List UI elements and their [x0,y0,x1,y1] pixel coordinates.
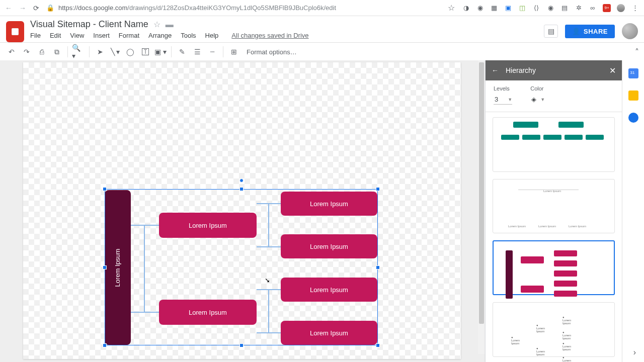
paint-format-button[interactable]: ⧉ [50,45,63,58]
show-side-panel-icon[interactable]: › [633,348,636,357]
reload-icon[interactable]: ⟳ [33,4,39,12]
menu-insert[interactable]: Insert [93,32,110,39]
ext-link-icon[interactable]: ∞ [589,4,597,12]
vertical-scrollbar[interactable] [478,60,485,354]
shape-tool[interactable]: ◯ [124,45,137,58]
line-tool[interactable]: ╲ ▾ [109,45,122,58]
template-thumbnail[interactable]: ● Lorem Ipsum ● Lorem Ipsum ● Lorem Ipsu… [493,302,615,357]
tasks-addon-icon[interactable] [628,113,638,123]
textbox-tool[interactable]: 🅃 [139,45,152,58]
calendar-addon-icon[interactable] [628,68,638,78]
keep-addon-icon[interactable] [628,90,638,101]
redo-button[interactable]: ↷ [20,45,33,58]
url-host: https://docs.google.com [58,4,127,12]
fill-color-icon: ◈ [531,96,536,103]
menu-tools[interactable]: Tools [181,32,196,39]
template-thumbnail[interactable]: Lorem Ipsum Lorem Ipsum Lorem Ipsum Lore… [493,179,615,234]
menu-arrange[interactable]: Arrange [148,32,172,39]
levels-dropdown[interactable]: 3 ▼ [494,95,512,105]
rotate-handle[interactable] [239,178,244,183]
ext-dev-icon[interactable]: ▤ [560,4,569,12]
person-add-icon: 👤 [572,28,581,35]
ext-camera-icon[interactable]: ◉ [476,4,484,12]
extension-icons: ◑ ◉ ▦ ▣ ◫ ⟨⟩ ◉ ▤ ✲ ∞ 9+ ⋮ [462,4,639,12]
chrome-menu-icon[interactable]: ⋮ [631,4,639,12]
chevron-down-icon: ▼ [540,97,545,102]
resize-handle[interactable] [376,343,380,347]
ext-image-icon[interactable]: ▣ [504,4,512,12]
print-button[interactable]: ⎙ [35,45,48,58]
save-state[interactable]: All changes saved in Drive [231,32,308,39]
color-dropdown[interactable]: ◈ ▼ [530,95,559,104]
template-list[interactable]: Lorem Ipsum Lorem Ipsum Lorem Ipsum Lore… [486,112,622,362]
menu-file[interactable]: File [30,32,41,39]
browser-toolbar: ← → ⟳ 🔒 https://docs.google.com/drawings… [0,0,644,16]
levels-label: Levels [494,85,512,92]
line-color-button[interactable]: ✎ [176,45,189,58]
ext-doc-icon[interactable]: ▦ [490,4,498,12]
profile-avatar-icon[interactable] [617,4,625,12]
undo-button[interactable]: ↶ [5,45,18,58]
share-label: SHARE [584,28,608,35]
line-weight-button[interactable]: ☰ [191,45,204,58]
menu-format[interactable]: Format [119,32,139,39]
selection-bounding-box[interactable] [105,189,378,345]
ext-pixel-icon[interactable]: ◫ [518,4,526,12]
account-avatar[interactable] [622,23,638,39]
menu-view[interactable]: View [70,32,84,39]
resize-handle[interactable] [239,187,244,191]
ext-settings-icon[interactable]: ✲ [575,4,583,12]
toolbar: ↶ ↷ ⎙ ⧉ 🔍 ▾ ➤ ╲ ▾ ◯ 🅃 ▣ ▾ ✎ ☰ ┄ ⊞ Format… [0,42,644,61]
zoom-dropdown[interactable]: 🔍 ▾ [72,45,85,58]
resize-handle[interactable] [103,343,107,347]
resize-handle[interactable] [376,265,380,269]
resize-handle[interactable] [103,265,107,269]
resize-handle[interactable] [376,187,380,191]
share-button[interactable]: 👤 SHARE [565,25,615,38]
bookmark-star-icon[interactable]: ☆ [448,3,455,13]
document-title[interactable]: Visual Sitemap - Client Name [30,19,148,30]
insert-comment-button[interactable]: ⊞ [227,45,240,58]
ext-gmail-icon[interactable]: 9+ [603,4,611,12]
side-addon-rail [622,60,644,362]
move-folder-icon[interactable]: ▬ [166,20,174,29]
back-icon[interactable]: ← [5,4,12,12]
address-bar[interactable]: 🔒 https://docs.google.com/drawings/d/128… [46,4,441,12]
ext-code-icon[interactable]: ⟨⟩ [532,4,540,12]
ext-privacy-icon[interactable]: ◑ [462,4,470,12]
select-tool[interactable]: ➤ [94,45,107,58]
diagram-sidepanel: ← Hierarchy ✕ Levels 3 ▼ Color ◈ ▼ [485,60,622,362]
menu-edit[interactable]: Edit [50,32,61,39]
sidepanel-title: Hierarchy [506,66,536,74]
canvas-area[interactable]: Lorem Ipsum Lorem Ipsum Lorem Ipsum Lore… [0,60,485,362]
close-panel-icon[interactable]: ✕ [609,66,616,75]
chevron-down-icon: ▼ [508,97,512,102]
menu-help[interactable]: Help [205,32,219,39]
back-arrow-icon[interactable]: ← [492,66,499,74]
lock-icon: 🔒 [46,4,54,12]
image-tool[interactable]: ▣ ▾ [154,45,167,58]
comments-button[interactable]: ▤ [544,25,558,38]
resize-handle[interactable] [239,343,244,347]
template-thumbnail[interactable] [493,117,615,172]
url-path: /drawings/d/128ZosDxa4tteiKG3YOmyL1dlQo5… [127,4,336,12]
forward-icon: → [19,4,26,12]
ext-search-icon[interactable]: ◉ [546,4,554,12]
line-dash-button[interactable]: ┄ [206,45,219,58]
collapse-toolbar-icon[interactable]: ˄ [635,47,639,57]
drawings-logo[interactable] [6,21,24,42]
template-thumbnail-selected[interactable] [493,240,615,295]
color-label: Color [530,85,559,92]
levels-value: 3 [495,96,498,103]
workspace: Lorem Ipsum Lorem Ipsum Lorem Ipsum Lore… [0,60,644,362]
sidepanel-header: ← Hierarchy ✕ [486,60,622,80]
scroll-thumb[interactable] [479,62,484,324]
star-doc-icon[interactable]: ☆ [153,20,160,29]
resize-handle[interactable] [103,187,107,191]
format-options-button[interactable]: Format options… [247,48,297,56]
sidepanel-controls: Levels 3 ▼ Color ◈ ▼ [486,80,622,112]
app-header: Visual Sitemap - Client Name ☆ ▬ File Ed… [0,16,644,42]
menu-bar: File Edit View Insert Format Arrange Too… [30,32,544,39]
